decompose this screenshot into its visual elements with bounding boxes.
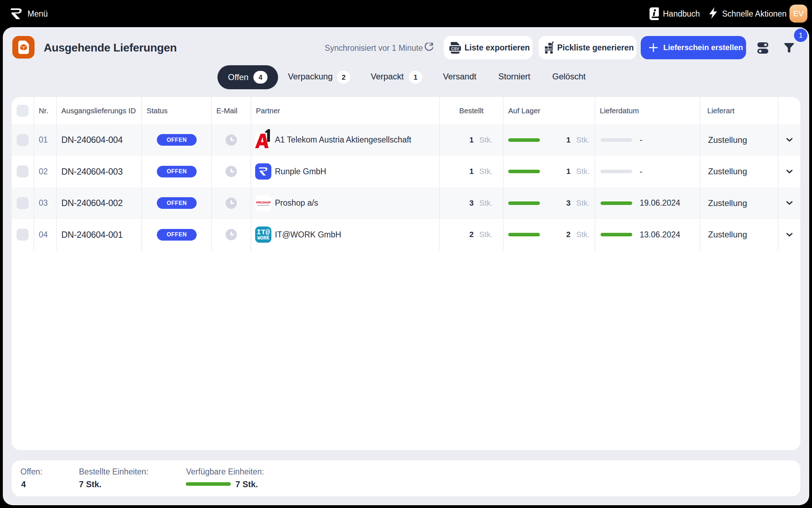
svg-text:CSV: CSV bbox=[451, 46, 459, 50]
